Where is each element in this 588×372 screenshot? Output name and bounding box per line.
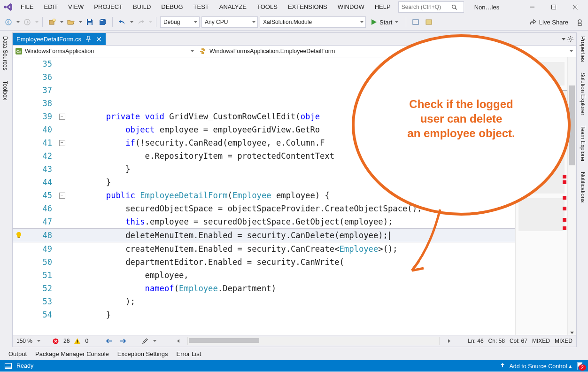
solution-config-combo[interactable]: Debug <box>160 16 200 28</box>
fold-toggle[interactable]: − <box>59 193 65 199</box>
hscroll-left[interactable] <box>173 336 183 346</box>
code-editor[interactable]: 3536373839− private void GridView_Custom… <box>13 57 576 335</box>
code-line[interactable]: 54 } <box>13 308 515 321</box>
start-debug-button[interactable]: Start <box>368 16 402 28</box>
toolbar-btn-1[interactable] <box>410 16 421 28</box>
svg-point-0 <box>452 5 455 8</box>
fold-toggle[interactable]: − <box>59 114 65 120</box>
nav-fwd-drop[interactable] <box>35 21 39 23</box>
nav-back-button[interactable] <box>3 16 14 28</box>
svg-rect-3 <box>552 5 556 9</box>
rail-toolbox[interactable]: Toolbox <box>1 79 9 102</box>
tab-employee-detail[interactable]: EmployeeDetailForm.cs <box>13 33 106 45</box>
startup-project-combo[interactable]: XafSolution.Module <box>260 16 366 28</box>
menu-debug[interactable]: DEBUG <box>156 1 187 13</box>
warning-icon[interactable] <box>74 338 80 344</box>
document-well: EmployeeDetailForm.cs C# WindowsFormsApp… <box>12 32 577 347</box>
rail-solution-explorer[interactable]: Solution Explorer <box>579 70 587 117</box>
minimize-button[interactable] <box>521 0 543 14</box>
right-tool-rail: Properties Solution Explorer Team Explor… <box>578 31 588 347</box>
account-label[interactable]: Non…les <box>470 3 504 12</box>
solution-platform-combo[interactable]: Any CPU <box>201 16 258 28</box>
redo-drop[interactable] <box>148 21 152 23</box>
fold-toggle[interactable]: − <box>59 140 65 146</box>
rail-data-sources[interactable]: Data Sources <box>1 34 9 72</box>
undo-drop[interactable] <box>130 21 133 23</box>
menu-build[interactable]: BUILD <box>128 1 155 13</box>
menu-edit[interactable]: EDIT <box>39 1 62 13</box>
menu-test[interactable]: TEST <box>189 1 214 13</box>
menu-view[interactable]: VIEW <box>63 1 88 13</box>
caret-col: Col: 67 <box>510 338 527 344</box>
status-ready: Ready <box>16 363 33 369</box>
code-line[interactable]: 53 ); <box>13 295 515 308</box>
svg-rect-27 <box>18 237 20 238</box>
svg-point-33 <box>77 342 78 343</box>
svg-rect-13 <box>413 20 418 24</box>
save-all-button[interactable] <box>97 16 108 28</box>
new-project-button[interactable] <box>46 16 58 28</box>
menu-window[interactable]: WINDOW <box>333 1 369 13</box>
notification-count: 2 <box>579 364 586 371</box>
quick-launch[interactable] <box>398 1 464 13</box>
tool-tab-output[interactable]: Output <box>8 350 27 357</box>
search-input[interactable] <box>401 3 449 11</box>
output-pane-icon[interactable] <box>5 363 12 369</box>
menu-analyze[interactable]: ANALYZE <box>215 1 251 13</box>
tool-tab-errorlist[interactable]: Error List <box>177 350 201 357</box>
insert-mode-1: MIXED <box>532 338 550 344</box>
tool-tab-pmc[interactable]: Package Manager Console <box>35 350 109 357</box>
csharp-icon: C# <box>15 48 22 54</box>
bottom-tool-tabs: Output Package Manager Console Exception… <box>0 347 588 360</box>
svg-point-15 <box>578 20 581 23</box>
zoom-level[interactable]: 150 % <box>16 338 32 344</box>
standard-toolbar: Debug Any CPU XafSolution.Module Start L… <box>0 14 588 31</box>
main-menu: FILE EDIT VIEW PROJECT BUILD DEBUG TEST … <box>16 1 395 13</box>
close-tab-icon[interactable] <box>95 36 102 42</box>
menu-file[interactable]: FILE <box>16 1 38 13</box>
save-button[interactable] <box>84 16 95 28</box>
live-share-button[interactable]: Live Share <box>526 16 572 28</box>
nav-forward-button[interactable] <box>22 16 33 28</box>
window-controls <box>521 0 586 14</box>
menu-tools[interactable]: TOOLS <box>252 1 282 13</box>
pin-icon[interactable] <box>85 36 92 42</box>
nav-prev-button[interactable] <box>104 336 114 346</box>
source-control-button[interactable]: Add to Source Control ▴ <box>510 363 572 370</box>
nav-back-drop[interactable] <box>16 21 20 23</box>
rail-team-explorer[interactable]: Team Explorer <box>579 124 587 163</box>
maximize-button[interactable] <box>543 0 565 14</box>
new-project-drop[interactable] <box>60 21 63 23</box>
svg-point-9 <box>53 19 55 22</box>
pen-icon[interactable] <box>142 338 148 344</box>
svg-rect-12 <box>101 20 103 21</box>
rail-notifications[interactable]: Notifications <box>579 170 587 204</box>
tab-title: EmployeeDetailForm.cs <box>16 36 81 43</box>
callout-line1: Check if the logged <box>384 97 539 111</box>
menu-project[interactable]: PROJECT <box>89 1 127 13</box>
rail-properties[interactable]: Properties <box>579 34 587 64</box>
notifications-button[interactable]: 2 <box>577 362 583 370</box>
undo-button[interactable] <box>116 16 128 28</box>
hscroll-right[interactable] <box>444 336 454 346</box>
menu-help[interactable]: HELP <box>370 1 395 13</box>
upload-icon <box>500 363 505 369</box>
ide-content: Data Sources Toolbox EmployeeDetailForm.… <box>0 31 588 347</box>
open-file-drop[interactable] <box>78 21 82 23</box>
nav-project-combo[interactable]: C# WindowsFormsApplication <box>13 46 197 57</box>
tool-tab-exception[interactable]: Exception Settings <box>117 350 168 357</box>
menu-extensions[interactable]: EXTENSIONS <box>283 1 332 13</box>
error-icon[interactable] <box>53 338 59 344</box>
horizontal-scrollbar[interactable] <box>187 337 440 345</box>
open-file-button[interactable] <box>65 16 77 28</box>
close-button[interactable] <box>565 0 586 14</box>
caret-line: Ln: 46 <box>468 338 483 344</box>
redo-button[interactable] <box>135 16 147 28</box>
split-icon[interactable] <box>570 332 574 334</box>
nav-next-button[interactable] <box>118 336 128 346</box>
toolbar-btn-2[interactable] <box>423 16 434 28</box>
lightbulb-icon[interactable] <box>15 232 23 239</box>
svg-rect-10 <box>88 19 91 21</box>
feedback-button[interactable] <box>574 16 585 28</box>
insert-mode-2: MIXED <box>555 338 573 344</box>
